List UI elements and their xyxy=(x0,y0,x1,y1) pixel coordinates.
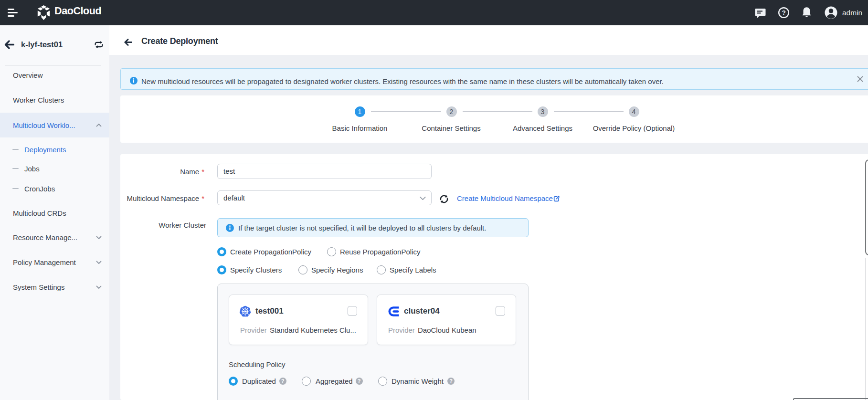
svg-text:?: ? xyxy=(782,9,785,16)
